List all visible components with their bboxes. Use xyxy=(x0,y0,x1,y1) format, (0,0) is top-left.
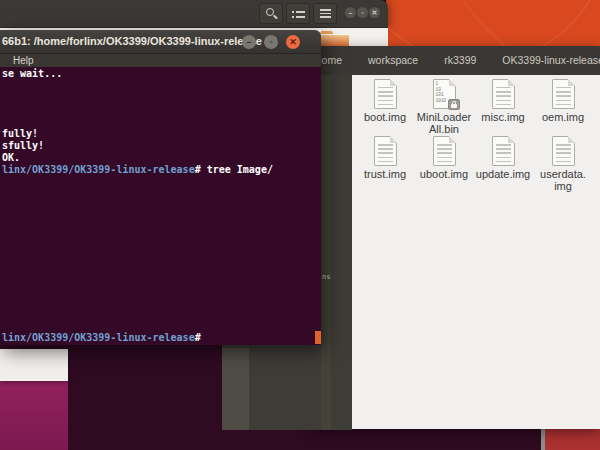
terminal-prompt-line: linx/OK3399/OK3399-linux-release# xyxy=(2,332,201,344)
file-label: trust.img xyxy=(355,168,415,180)
maximize-button[interactable]: ▫ xyxy=(357,7,368,18)
terminal-window: 66b1: /home/forlinx/OK3399/OK3399-linux-… xyxy=(0,30,321,345)
hamburger-icon xyxy=(320,9,331,18)
document-file-icon xyxy=(492,136,515,166)
document-file-icon xyxy=(374,136,397,166)
lock-emblem-icon xyxy=(448,99,460,110)
file-label: MiniLoaderAll.bin xyxy=(414,111,474,136)
background-text-fragment: ns xyxy=(322,273,330,281)
file-icon-view[interactable]: boot.img1101011010MiniLoaderAll.binmisc.… xyxy=(310,75,600,429)
terminal-window-title: 66b1: /home/forlinx/OK3399/OK3399-linux-… xyxy=(2,35,262,47)
close-button[interactable]: ✕ xyxy=(286,35,300,49)
file-label: boot.img xyxy=(355,111,415,123)
minimize-button[interactable]: – xyxy=(242,35,256,49)
binary-text: 1101011010 xyxy=(436,81,447,104)
document-file-icon xyxy=(374,79,397,109)
document-lines xyxy=(378,87,393,105)
document-lines xyxy=(556,144,571,162)
breadcrumb-rk3399[interactable]: rk3399 xyxy=(431,46,489,75)
terminal-menubar: Help xyxy=(0,54,321,67)
wallpaper-red-region xyxy=(545,429,600,450)
terminal-output-line: OK. xyxy=(2,152,20,164)
close-button[interactable]: ✕ xyxy=(369,7,380,18)
document-file-icon xyxy=(492,79,515,109)
wallpaper-magenta-region xyxy=(0,378,68,450)
document-lines xyxy=(437,144,452,162)
terminal-titlebar[interactable]: 66b1: /home/forlinx/OK3399/OK3399-linux-… xyxy=(0,30,321,54)
file-update.img[interactable]: update.img xyxy=(473,136,533,180)
breadcrumb-path-bar: Homeworkspacerk3399OK3399-linux-releaseI… xyxy=(310,46,600,75)
document-lines xyxy=(496,87,511,105)
file-uboot.img[interactable]: uboot.img xyxy=(414,136,474,180)
scrollbar-thumb[interactable] xyxy=(315,331,321,344)
breadcrumb-workspace[interactable]: workspace xyxy=(355,46,431,75)
document-lines xyxy=(556,87,571,105)
breadcrumb-ok3399-linux-release[interactable]: OK3399-linux-release xyxy=(489,46,600,75)
file-boot.img[interactable]: boot.img xyxy=(355,79,415,123)
background-window-edge xyxy=(321,75,331,430)
document-lines xyxy=(496,144,511,162)
document-lines xyxy=(378,144,393,162)
file-userdata.img[interactable]: userdata.img xyxy=(533,136,593,193)
binary-file-icon: 1101011010 xyxy=(433,79,456,109)
file-label: uboot.img xyxy=(414,168,474,180)
list-view-icon xyxy=(292,10,305,18)
file-label: misc.img xyxy=(473,111,533,123)
file-MiniLoaderAll.bin[interactable]: 1101011010MiniLoaderAll.bin xyxy=(414,79,474,136)
file-label: userdata.img xyxy=(533,168,593,193)
background-window-sidebar xyxy=(222,348,249,430)
file-label: update.img xyxy=(473,168,533,180)
minimize-button[interactable]: – xyxy=(345,7,356,18)
files-window-headerbar: – ▫ ✕ xyxy=(0,0,388,28)
terminal-output-line: sfully! xyxy=(2,140,44,152)
view-toggle-button[interactable] xyxy=(286,3,310,24)
document-file-icon xyxy=(552,79,575,109)
document-file-icon xyxy=(433,136,456,166)
file-manager-window: Homeworkspacerk3399OK3399-linux-releaseI… xyxy=(310,46,600,429)
file-label: oem.img xyxy=(533,111,593,123)
terminal-output-line: linx/OK3399/OK3399-linux-release# tree I… xyxy=(2,164,273,176)
terminal-content[interactable]: se wait...fully!sfully!OK.linx/OK3399/OK… xyxy=(0,67,321,345)
menu-item-help[interactable]: Help xyxy=(13,54,34,67)
search-icon xyxy=(266,8,274,16)
file-trust.img[interactable]: trust.img xyxy=(355,136,415,180)
window-edge-divider xyxy=(541,429,545,450)
background-window-fragment xyxy=(0,349,68,381)
file-oem.img[interactable]: oem.img xyxy=(533,79,593,123)
maximize-button[interactable]: ▫ xyxy=(264,35,278,49)
wallpaper-orange-region xyxy=(386,0,600,50)
search-button[interactable] xyxy=(259,3,283,24)
terminal-output-line: fully! xyxy=(2,128,38,140)
file-misc.img[interactable]: misc.img xyxy=(473,79,533,123)
terminal-output-line: se wait... xyxy=(2,68,62,80)
document-file-icon xyxy=(552,136,575,166)
app-menu-button[interactable] xyxy=(313,3,337,24)
